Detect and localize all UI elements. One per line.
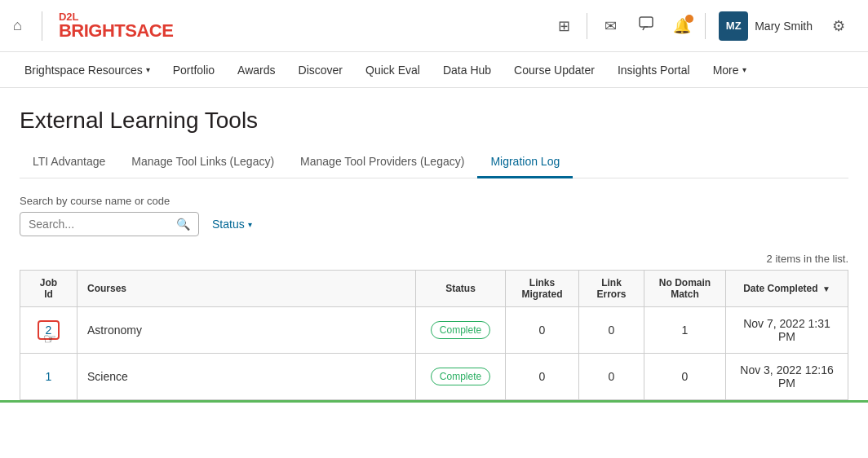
cell-status-2: Complete xyxy=(416,354,506,400)
search-row: 🔍 Status ▾ xyxy=(20,212,848,236)
status-badge: Complete xyxy=(431,321,490,339)
nav-more[interactable]: More ▾ xyxy=(702,52,758,88)
nav-awards-label: Awards xyxy=(237,64,275,77)
cell-date-2: Nov 3, 2022 12:16 PM xyxy=(726,354,848,400)
search-label: Search by course name or code xyxy=(20,195,848,207)
col-no-domain-match: No DomainMatch xyxy=(644,271,726,307)
chevron-down-icon-status: ▾ xyxy=(248,220,252,229)
nav-course-updater[interactable]: Course Updater xyxy=(503,52,606,88)
cell-link-errors-1: 0 xyxy=(579,307,644,354)
user-name: Mary Smith xyxy=(755,20,813,33)
mail-icon-button[interactable]: ✉ xyxy=(594,10,627,42)
chat-icon-button[interactable] xyxy=(630,10,662,42)
table-row: 2 ☞ Astronomy Complete 0 0 1 Nov 7, 2022… xyxy=(20,307,848,354)
nav-quick-eval[interactable]: Quick Eval xyxy=(354,52,432,88)
job-id-highlight: 2 xyxy=(38,320,60,340)
mail-icon: ✉ xyxy=(604,17,617,35)
nav-insights-portal-label: Insights Portal xyxy=(618,64,690,77)
cell-course-astronomy: Astronomy xyxy=(78,307,416,354)
avatar: MZ xyxy=(719,11,748,41)
cell-links-migrated-2: 0 xyxy=(506,354,579,400)
cell-job-id-2: 2 ☞ xyxy=(20,307,78,354)
data-table: JobId Courses Status LinksMigrated LinkE… xyxy=(20,270,848,400)
nav-data-hub[interactable]: Data Hub xyxy=(432,52,503,88)
nav-quick-eval-label: Quick Eval xyxy=(365,64,420,77)
chat-icon xyxy=(638,15,654,36)
user-avatar-button[interactable]: MZ Mary Smith xyxy=(712,8,819,44)
nav-portfolio-label: Portfolio xyxy=(173,64,215,77)
grid-icon-button[interactable]: ⊞ xyxy=(547,10,580,42)
top-bar: ⌂ D2L BRIGHTSACE ⊞ ✉ 🔔 MZ Mary Smith xyxy=(0,0,868,52)
nav-discover[interactable]: Discover xyxy=(287,52,354,88)
col-date-completed[interactable]: Date Completed ▼ xyxy=(726,271,848,307)
status-badge: Complete xyxy=(431,368,490,385)
icon-divider-1 xyxy=(587,13,587,39)
top-bar-icons: ⊞ ✉ 🔔 MZ Mary Smith ⚙ xyxy=(547,8,855,44)
nav-insights-portal[interactable]: Insights Portal xyxy=(606,52,702,88)
search-input-wrap: 🔍 xyxy=(20,212,199,236)
settings-icon-button[interactable]: ⚙ xyxy=(822,10,855,42)
tabs: LTI Advantage Manage Tool Links (Legacy)… xyxy=(20,147,848,178)
tab-lti-advantage[interactable]: LTI Advantage xyxy=(20,147,118,178)
tab-manage-tool-links[interactable]: Manage Tool Links (Legacy) xyxy=(118,147,287,178)
table-header-row: JobId Courses Status LinksMigrated LinkE… xyxy=(20,271,848,307)
table-row: 1 Science Complete 0 0 0 Nov 3, 2022 12:… xyxy=(20,354,848,400)
nav-brightspace-resources[interactable]: Brightspace Resources ▾ xyxy=(13,52,162,88)
cell-date-1: Nov 7, 2022 1:31 PM xyxy=(726,307,848,354)
nav-data-hub-label: Data Hub xyxy=(443,64,491,77)
page-title: External Learning Tools xyxy=(20,108,848,134)
bell-icon-button[interactable]: 🔔 xyxy=(666,10,698,42)
col-status: Status xyxy=(416,271,506,307)
col-links-migrated: LinksMigrated xyxy=(506,271,579,307)
tab-migration-log[interactable]: Migration Log xyxy=(477,147,573,178)
search-icon[interactable]: 🔍 xyxy=(176,218,190,231)
nav-portfolio[interactable]: Portfolio xyxy=(162,52,226,88)
nav-brightspace-resources-label: Brightspace Resources xyxy=(24,64,143,77)
brightspace-logo-text: BRIGHTSACE xyxy=(59,22,173,40)
chevron-down-icon-more: ▾ xyxy=(742,65,746,74)
nav-more-label: More xyxy=(713,64,739,77)
nav-discover-label: Discover xyxy=(299,64,343,77)
logo: D2L BRIGHTSACE xyxy=(59,11,173,40)
cell-links-migrated-1: 0 xyxy=(506,307,579,354)
search-input[interactable] xyxy=(29,218,176,231)
icon-divider-2 xyxy=(705,13,706,39)
col-courses: Courses xyxy=(78,271,416,307)
cell-no-domain-1: 1 xyxy=(644,307,726,354)
notification-badge xyxy=(685,15,693,23)
nav-course-updater-label: Course Updater xyxy=(514,64,595,77)
cell-link-errors-2: 0 xyxy=(579,354,644,400)
status-filter-button[interactable]: Status ▾ xyxy=(209,213,255,236)
nav-awards[interactable]: Awards xyxy=(226,52,286,88)
col-link-errors: LinkErrors xyxy=(579,271,644,307)
cell-job-id-1: 1 xyxy=(20,354,78,400)
chevron-down-icon: ▾ xyxy=(146,65,150,74)
svg-rect-0 xyxy=(640,17,653,27)
page-content: External Learning Tools LTI Advantage Ma… xyxy=(0,88,868,400)
items-count: 2 items in the list. xyxy=(20,253,848,265)
job-id-link-1[interactable]: 1 xyxy=(46,370,52,383)
logo-divider xyxy=(42,11,42,41)
cell-course-science: Science xyxy=(78,354,416,400)
job-id-link-2[interactable]: 2 xyxy=(46,324,52,337)
search-area: Search by course name or code 🔍 Status ▾ xyxy=(20,195,848,236)
nav-bar: Brightspace Resources ▾ Portfolio Awards… xyxy=(0,52,868,88)
cell-no-domain-2: 0 xyxy=(644,354,726,400)
gear-icon: ⚙ xyxy=(832,17,845,35)
col-job-id: JobId xyxy=(20,271,78,307)
sort-arrow-icon: ▼ xyxy=(822,284,830,293)
home-icon[interactable]: ⌂ xyxy=(13,17,22,34)
grid-icon: ⊞ xyxy=(558,17,570,35)
tab-manage-tool-providers[interactable]: Manage Tool Providers (Legacy) xyxy=(287,147,477,178)
status-filter-label: Status xyxy=(212,218,245,231)
cell-status-1: Complete xyxy=(416,307,506,354)
